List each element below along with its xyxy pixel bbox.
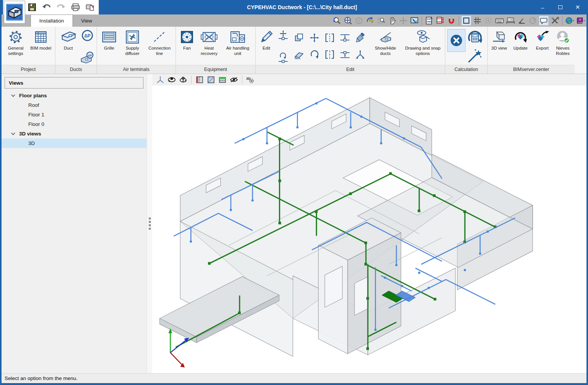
snap-magnet-icon[interactable] xyxy=(446,16,456,26)
redo-button[interactable] xyxy=(56,3,66,12)
move-view-icon[interactable] xyxy=(398,16,408,26)
general-settings-button[interactable]: General settings xyxy=(4,28,27,56)
section-x-icon[interactable] xyxy=(195,75,205,84)
update-results-button[interactable] xyxy=(466,29,484,47)
zoom-previous-icon[interactable] xyxy=(332,16,342,26)
tab-view[interactable]: View xyxy=(73,14,101,27)
mirror-copy-button[interactable] xyxy=(323,48,337,61)
duct-pressure-drop-button[interactable]: ΔP xyxy=(81,51,94,64)
configuration-tools-icon[interactable] xyxy=(550,16,560,26)
svg-text:ΔP: ΔP xyxy=(88,54,92,57)
rotate-node-button[interactable] xyxy=(276,51,290,64)
redraw-2-icon[interactable]: 2 xyxy=(354,16,364,26)
redo-icon xyxy=(56,3,66,11)
wand-button[interactable] xyxy=(466,48,484,64)
hide-elements-icon[interactable] xyxy=(229,75,239,84)
orbit-pin-icon[interactable] xyxy=(178,75,188,84)
close-button[interactable]: ✕ xyxy=(569,0,586,14)
rotate-button[interactable] xyxy=(308,48,321,61)
redraw-edit-icon[interactable] xyxy=(365,16,375,26)
show-hide-ducts-button[interactable]: Show/Hide ducts xyxy=(369,28,401,56)
move-button[interactable] xyxy=(308,31,321,44)
user-account-button[interactable]: Nieves Robles xyxy=(553,28,572,56)
snap-point-icon[interactable] xyxy=(483,16,493,26)
fan-button[interactable]: Fan xyxy=(178,28,196,51)
axes-icon[interactable] xyxy=(155,75,165,84)
user-avatar-icon xyxy=(555,29,570,45)
bim-model-button[interactable]: BIM model xyxy=(29,28,53,51)
chevron-down-icon[interactable] xyxy=(10,94,16,97)
svg-text:DWG: DWG xyxy=(437,21,442,23)
model-viewport[interactable] xyxy=(152,85,586,373)
edit-button[interactable]: Edit xyxy=(258,28,275,51)
3d-view-button[interactable]: 3D view xyxy=(490,28,508,51)
arc-icon[interactable] xyxy=(528,16,538,26)
resize-button[interactable] xyxy=(353,48,367,61)
maximize-button[interactable] xyxy=(551,0,569,14)
group-label: BIMserver.center xyxy=(488,65,575,74)
update-sync-icon xyxy=(513,29,528,45)
language-globe-icon[interactable] xyxy=(565,16,575,26)
angle-icon[interactable] xyxy=(517,16,527,26)
svg-text:2: 2 xyxy=(358,19,360,23)
chevron-down-icon[interactable] xyxy=(10,132,16,135)
grille-button[interactable]: Grille xyxy=(99,28,119,51)
zoom-window-icon[interactable] xyxy=(343,16,353,26)
dxf-dwg-layers-icon[interactable]: DXFDWG xyxy=(435,16,445,26)
connection-line-button[interactable]: Connection line xyxy=(146,28,173,56)
air-handling-unit-button[interactable]: Air handling unit xyxy=(222,28,253,56)
section-y-icon[interactable] xyxy=(206,75,216,84)
tree-item-3d[interactable]: 3D xyxy=(2,139,147,148)
update-button[interactable]: Update xyxy=(510,28,531,51)
dxf-dwg-templates-icon[interactable]: DXFDWG xyxy=(424,16,434,26)
orbit-icon[interactable] xyxy=(167,75,177,84)
tree-group-3d-views[interactable]: 3D views xyxy=(2,129,147,139)
drawing-snap-options-button[interactable]: Drawing and snap options xyxy=(403,28,443,56)
dimension-icon[interactable]: 1.00 xyxy=(506,16,516,26)
ortho-mode-icon[interactable] xyxy=(461,16,471,26)
tree-group-floor-plans[interactable]: Floor plans xyxy=(2,91,147,100)
app-logo-duct-icon xyxy=(6,3,23,22)
mirror-button[interactable] xyxy=(323,31,337,44)
keyboard-input-icon[interactable] xyxy=(495,16,504,26)
supply-diffuser-button[interactable]: Supply diffuser xyxy=(121,28,144,56)
fan-icon xyxy=(180,29,194,45)
edit-node-button[interactable] xyxy=(276,29,290,42)
annotation-bubble-icon[interactable] xyxy=(539,16,549,26)
pan-hand-icon[interactable] xyxy=(387,16,397,26)
tree-item-floor-0[interactable]: Floor 0 xyxy=(2,119,147,129)
minimize-button[interactable]: – xyxy=(534,0,551,14)
app-icon[interactable] xyxy=(4,1,25,24)
delete-eraser-button[interactable] xyxy=(292,48,306,61)
fit-screen-icon[interactable] xyxy=(409,16,419,26)
tree-item-floor-1[interactable]: Floor 1 xyxy=(2,110,147,119)
heat-recovery-button[interactable]: Heat recovery xyxy=(197,28,221,56)
align-down-button[interactable] xyxy=(338,31,352,44)
undo-button[interactable] xyxy=(42,3,51,12)
tab-installation[interactable]: Installation xyxy=(31,14,73,27)
zoom-select-icon[interactable] xyxy=(376,16,386,26)
duct-button[interactable]: Duct xyxy=(58,28,79,51)
rotate-node-icon xyxy=(278,52,288,63)
grid-icon[interactable] xyxy=(472,16,482,26)
group-calculation: Calculation xyxy=(445,27,488,74)
print-preview-button[interactable] xyxy=(85,3,95,12)
button-label: Update xyxy=(513,46,527,51)
pressure-drop-button[interactable]: ΔP xyxy=(81,29,94,42)
panel-splitter[interactable] xyxy=(147,74,152,373)
view-3d-options-icon[interactable]: 3D xyxy=(245,75,255,84)
update-results-icon xyxy=(467,29,483,46)
export-button[interactable]: Export xyxy=(533,28,552,51)
rotate-icon xyxy=(309,50,319,60)
save-button[interactable] xyxy=(27,3,37,12)
cancel-button[interactable] xyxy=(447,29,466,52)
section-z-icon[interactable] xyxy=(217,75,227,84)
grille-icon xyxy=(101,29,117,45)
assign-brush-button[interactable] xyxy=(353,31,367,44)
copy-button[interactable] xyxy=(292,31,306,44)
align-up-button[interactable] xyxy=(338,48,352,61)
canvas-toolbar-separator xyxy=(191,76,192,84)
print-button[interactable] xyxy=(71,3,80,12)
tree-item-roof[interactable]: Roof xyxy=(2,100,147,110)
help-book-icon[interactable]: ? xyxy=(576,16,586,26)
